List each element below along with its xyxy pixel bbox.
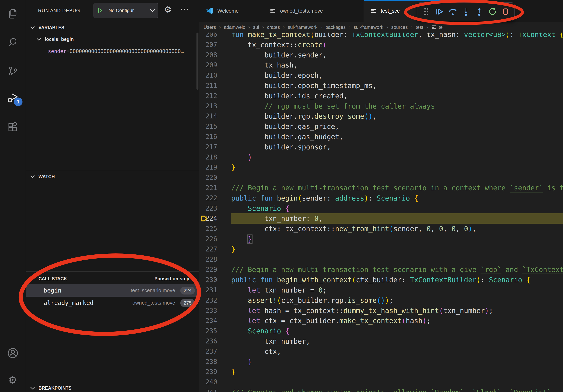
code-line-217[interactable]: 217 builder.sponsor, <box>199 142 563 152</box>
breadcrumb-item-file[interactable]: te <box>431 25 443 30</box>
code-line-219[interactable]: 219} <box>199 162 563 172</box>
breadcrumb-item[interactable]: sui <box>253 25 259 30</box>
debug-config-dropdown[interactable]: No Configur <box>93 3 158 18</box>
line-number[interactable]: 236 <box>199 336 217 346</box>
debug-settings-gear-icon[interactable]: ⚙ <box>164 4 172 14</box>
breadcrumb-item[interactable]: packages <box>325 25 345 30</box>
line-number[interactable]: 212 <box>199 91 217 101</box>
breadcrumb[interactable]: Users› adamwelc› sui› crates› sui-framew… <box>199 22 563 33</box>
source-control-icon[interactable] <box>0 60 26 82</box>
line-number[interactable]: 209 <box>199 60 217 70</box>
variables-scope-row[interactable]: locals: begin <box>26 34 199 45</box>
start-debugging-icon[interactable] <box>94 3 106 18</box>
line-number[interactable]: 223 <box>199 203 217 214</box>
stack-frame-already-marked[interactable]: already_marked owned_tests.move 275 <box>26 297 199 309</box>
line-number[interactable]: 227 <box>199 244 217 254</box>
line-number[interactable]: 215 <box>199 121 217 132</box>
code-line-208[interactable]: 208 builder.sender, <box>199 50 563 60</box>
code-line-220[interactable]: 220 <box>199 172 563 183</box>
step-into-icon[interactable] <box>460 5 472 19</box>
code-line-232[interactable]: 232 assert!(ctx_builder.rgp.is_some()); <box>199 295 563 306</box>
code-line-210[interactable]: 210 builder.epoch, <box>199 70 563 80</box>
variable-row-sender[interactable]: sender = 0000000000000000000000000000000… <box>48 46 197 57</box>
stack-frame-begin[interactable]: begin test_scenario.move 224 <box>26 284 199 297</box>
code-line-221[interactable]: 221/// Begin a new multi-transaction tes… <box>199 183 563 193</box>
tab-welcome[interactable]: Welcome <box>199 0 263 22</box>
line-number[interactable]: 214 <box>199 111 217 121</box>
code-line-209[interactable]: 209 tx_hash, <box>199 60 563 70</box>
breadcrumb-item[interactable]: sui-framework <box>354 25 383 30</box>
code-line-212[interactable]: 212 builder.ids_created, <box>199 91 563 101</box>
code-line-231[interactable]: 231 let txn_number = 0; <box>199 285 563 295</box>
run-and-debug-icon[interactable]: 1 <box>0 87 26 109</box>
breakpoints-section-header[interactable]: BREAKPOINTS <box>26 382 199 392</box>
code-line-226[interactable]: 226 } <box>199 234 563 244</box>
tab-owned-tests[interactable]: owned_tests.move <box>263 0 364 22</box>
code-line-207[interactable]: 207 tx_context::create( <box>199 40 563 50</box>
breadcrumb-item[interactable]: test <box>416 25 423 30</box>
line-number[interactable]: 238 <box>199 357 217 367</box>
extensions-icon[interactable] <box>0 117 26 138</box>
code-line-215[interactable]: 215 builder.gas_price, <box>199 121 563 132</box>
line-number[interactable]: 213 <box>199 101 217 111</box>
code-line-228[interactable]: 228 <box>199 254 563 265</box>
toolbar-drag-handle[interactable] <box>421 5 432 19</box>
code-line-236[interactable]: 236 txn_number, <box>199 336 563 346</box>
line-number[interactable]: 232 <box>199 295 217 306</box>
line-number[interactable]: 229 <box>199 264 217 275</box>
line-number[interactable]: 231 <box>199 285 217 295</box>
line-number[interactable]: 233 <box>199 306 217 316</box>
more-actions-icon[interactable]: ⋯ <box>180 3 189 14</box>
line-number[interactable]: 241 <box>199 387 217 392</box>
line-number[interactable]: 235 <box>199 326 217 336</box>
line-number[interactable]: 216 <box>199 132 217 142</box>
breadcrumb-item[interactable]: crates <box>267 25 280 30</box>
manage-gear-icon[interactable]: ⚙ <box>0 369 26 391</box>
code-area[interactable]: 206fun make_tx_context(builder: TxContex… <box>199 33 563 392</box>
line-number[interactable]: 208 <box>199 50 217 60</box>
line-number[interactable]: 206 <box>199 33 217 40</box>
code-line-240[interactable]: 240 <box>199 377 563 387</box>
line-number[interactable]: 220 <box>199 172 217 183</box>
breadcrumb-item[interactable]: adamwelc <box>224 25 245 30</box>
code-line-233[interactable]: 233 let hash = tx_context::dummy_tx_hash… <box>199 306 563 316</box>
code-line-237[interactable]: 237 ctx, <box>199 346 563 357</box>
code-line-229[interactable]: 229/// Begin a new multi-transaction tes… <box>199 264 563 275</box>
code-line-238[interactable]: 238 } <box>199 357 563 367</box>
code-line-227[interactable]: 227} <box>199 244 563 254</box>
code-line-235[interactable]: 235 Scenario { <box>199 326 563 336</box>
code-line-213[interactable]: 213 // rgp must be set from the caller a… <box>199 101 563 111</box>
line-number[interactable]: 237 <box>199 346 217 357</box>
breadcrumb-item[interactable]: Users <box>204 25 216 30</box>
line-number[interactable]: 219 <box>199 162 217 172</box>
line-number[interactable]: 240 <box>199 377 217 387</box>
code-line-241[interactable]: 241/// Creates and shares system objects… <box>199 387 563 392</box>
line-number[interactable]: 225 <box>199 224 217 234</box>
watch-section-header[interactable]: WATCH <box>26 171 199 182</box>
continue-icon[interactable] <box>434 5 446 19</box>
code-line-216[interactable]: 216 builder.gas_budget, <box>199 132 563 142</box>
code-line-230[interactable]: 230public fun begin_with_context(ctx_bui… <box>199 275 563 285</box>
line-number[interactable]: 207 <box>199 40 217 50</box>
line-number[interactable]: 228 <box>199 254 217 265</box>
code-line-214[interactable]: 214 builder.rgp.destroy_some(), <box>199 111 563 121</box>
line-number[interactable]: 222 <box>199 193 217 203</box>
code-line-224[interactable]: 224 txn_number: 0, <box>199 213 563 224</box>
line-number[interactable]: 211 <box>199 80 217 91</box>
line-number[interactable]: 230 <box>199 275 217 285</box>
line-number[interactable]: 218 <box>199 152 217 162</box>
line-number[interactable]: 226 <box>199 234 217 244</box>
explorer-icon[interactable] <box>0 3 26 25</box>
line-number[interactable]: 210 <box>199 70 217 80</box>
variables-section-header[interactable]: VARIABLES <box>26 22 199 33</box>
code-line-223[interactable]: 223 Scenario { <box>199 203 563 214</box>
accounts-icon[interactable] <box>0 342 26 364</box>
code-line-218[interactable]: 218 ) <box>199 152 563 162</box>
code-line-234[interactable]: 234 let ctx = ctx_builder.make_tx_contex… <box>199 316 563 326</box>
line-number[interactable]: 234 <box>199 316 217 326</box>
code-line-239[interactable]: 239} <box>199 367 563 377</box>
code-line-225[interactable]: 225 ctx: tx_context::new_from_hint(sende… <box>199 224 563 234</box>
breadcrumb-item[interactable]: sui-framework <box>288 25 318 30</box>
restart-icon[interactable] <box>486 5 498 19</box>
call-stack-section-header[interactable]: CALL STACK Paused on step <box>26 273 199 284</box>
